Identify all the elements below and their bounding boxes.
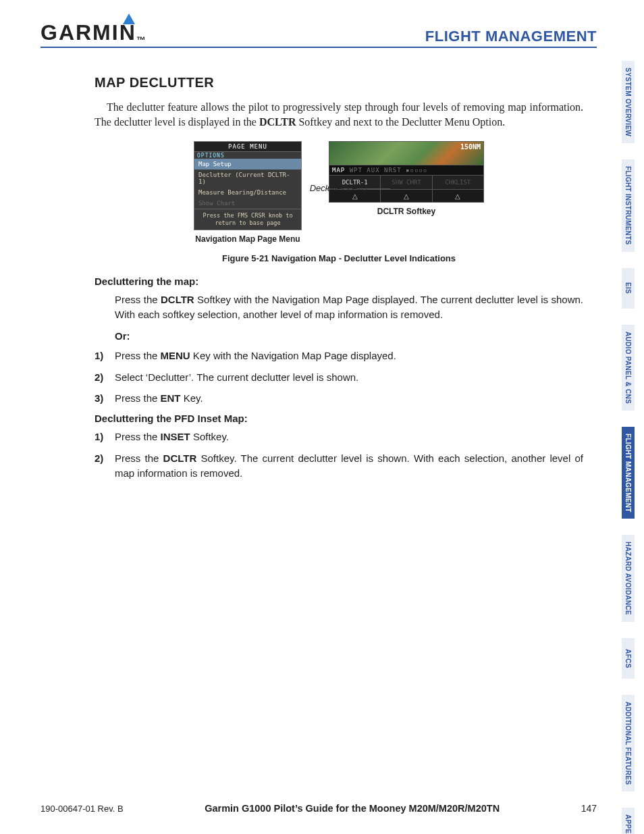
step-number: 1) bbox=[95, 429, 103, 444]
menu-footer: Press the FMS CRSR knob to return to bas… bbox=[194, 209, 301, 230]
softkey-chklist: CHKLIST bbox=[433, 176, 483, 189]
tab-flight-instruments[interactable]: FLIGHT INSTRUMENTS bbox=[622, 159, 635, 252]
menu-row: Measure Bearing/Distance bbox=[194, 187, 301, 198]
step: 2)Select ‘Declutter’. The current declut… bbox=[95, 370, 583, 385]
doc-number: 190-00647-01 Rev. B bbox=[41, 804, 124, 814]
doc-title: Garmin G1000 Pilot’s Guide for the Moone… bbox=[205, 803, 500, 814]
page-group-strip: MAP WPT AUX NRST ▪▫▫▫▫ bbox=[329, 165, 484, 176]
map-range: 150NM bbox=[460, 143, 481, 151]
step-number: 2) bbox=[95, 370, 103, 385]
main-content: MAP DECLUTTER The declutter feature allo… bbox=[41, 75, 597, 480]
garmin-logo: GARMIN ™ bbox=[41, 20, 147, 45]
tab-appendices[interactable]: APPENDICES bbox=[622, 808, 635, 834]
proc1-para: Press the DCLTR Softkey with the Navigat… bbox=[115, 292, 583, 322]
proc1-steps: 1)Press the MENU Key with the Navigation… bbox=[95, 348, 583, 406]
menu-row: Declutter (Current DCLTR-1) bbox=[194, 170, 301, 187]
tab-afcs[interactable]: AFCS bbox=[622, 638, 635, 679]
proc2-steps: 1)Press the INSET Softkey.2)Press the DC… bbox=[95, 429, 583, 480]
step: 3)Press the ENT Key. bbox=[95, 391, 583, 406]
softkey-caption: DCLTR Softkey bbox=[329, 207, 484, 216]
tab-additional-features[interactable]: ADDITIONAL FEATURES bbox=[622, 695, 635, 791]
step: 1)Press the MENU Key with the Navigation… bbox=[95, 348, 583, 363]
menu-title: PAGE MENU bbox=[194, 142, 301, 152]
menu-caption: Navigation Map Page Menu bbox=[194, 234, 302, 244]
tab-audio-panel-cns[interactable]: AUDIO PANEL & CNS bbox=[622, 325, 635, 411]
step-number: 2) bbox=[95, 451, 103, 466]
menu-row: Map Setup bbox=[194, 159, 301, 170]
menu-options-label: OPTIONS bbox=[194, 152, 301, 159]
logo-triangle-icon bbox=[123, 14, 135, 24]
step-number: 1) bbox=[95, 348, 103, 363]
tab-system-overview[interactable]: SYSTEM OVERVIEW bbox=[622, 61, 635, 143]
side-tabs: SYSTEM OVERVIEWFLIGHT INSTRUMENTSEISAUDI… bbox=[622, 61, 635, 834]
intro-bold: DCLTR bbox=[259, 116, 296, 128]
intro-post: Softkey and next to the Declutter Menu O… bbox=[296, 116, 505, 128]
softkey-shw-chrt: SHW CHRT bbox=[381, 176, 432, 189]
tab-eis[interactable]: EIS bbox=[622, 268, 635, 309]
arrow-up-icon: △ bbox=[433, 190, 483, 202]
page-header: GARMIN ™ FLIGHT MANAGEMENT bbox=[41, 20, 597, 48]
figure-caption: Figure 5-21 Navigation Map - Declutter L… bbox=[95, 253, 583, 263]
proc1-title: Decluttering the map: bbox=[95, 276, 583, 287]
arrow-up-icon: △ bbox=[381, 190, 432, 202]
section-title: FLIGHT MANAGEMENT bbox=[425, 28, 597, 45]
leader-line-right bbox=[358, 188, 390, 189]
step: 1)Press the INSET Softkey. bbox=[95, 429, 583, 444]
logo-text: GARMIN bbox=[41, 20, 136, 45]
page-footer: 190-00647-01 Rev. B Garmin G1000 Pilot’s… bbox=[41, 803, 597, 814]
proc2-title: Decluttering the PFD Inset Map: bbox=[95, 413, 583, 424]
proc1-or: Or: bbox=[115, 330, 583, 342]
step-number: 3) bbox=[95, 391, 103, 406]
figure-5-21: PAGE MENU OPTIONS Map SetupDeclutter (Cu… bbox=[95, 141, 583, 244]
tab-flight-management[interactable]: FLIGHT MANAGEMENT bbox=[622, 427, 635, 519]
intro-paragraph: The declutter feature allows the pilot t… bbox=[95, 100, 583, 129]
heading-map-declutter: MAP DECLUTTER bbox=[95, 75, 583, 90]
map-thumbnail: 150NM bbox=[329, 141, 484, 165]
menu-row: Show Chart bbox=[194, 198, 301, 209]
page-number: 147 bbox=[581, 803, 597, 814]
tab-hazard-avoidance[interactable]: HAZARD AVOIDANCE bbox=[622, 535, 635, 622]
softkey-screenshot: 150NM MAP WPT AUX NRST ▪▫▫▫▫ DCLTR-1 SHW… bbox=[329, 141, 484, 216]
step: 2)Press the DCLTR Softkey. The current d… bbox=[95, 451, 583, 481]
menu-screenshot: PAGE MENU OPTIONS Map SetupDeclutter (Cu… bbox=[194, 141, 302, 244]
